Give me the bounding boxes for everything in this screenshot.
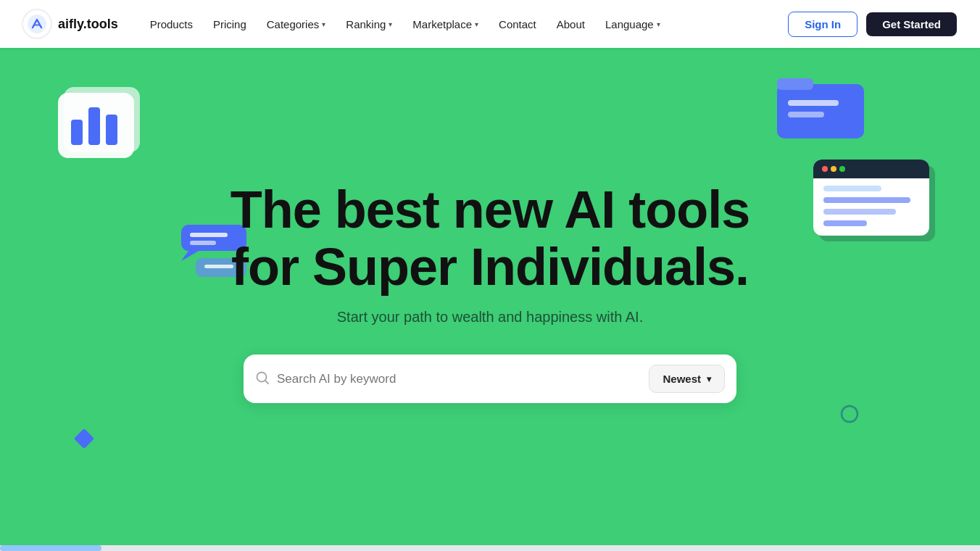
search-input[interactable]	[277, 372, 640, 386]
nav-contact[interactable]: Contact	[490, 14, 545, 35]
svg-rect-20	[823, 220, 867, 226]
chevron-down-icon: ▾	[389, 20, 392, 28]
chevron-down-icon: ▾	[657, 20, 660, 28]
deco-diamond	[69, 423, 99, 457]
svg-marker-22	[181, 251, 199, 261]
deco-circle	[839, 403, 860, 428]
svg-rect-13	[813, 170, 929, 178]
svg-point-15	[831, 166, 836, 172]
get-started-button[interactable]: Get Started	[866, 12, 957, 36]
svg-rect-3	[71, 120, 83, 145]
nav-products[interactable]: Products	[141, 14, 202, 35]
svg-point-0	[28, 14, 46, 33]
search-container: Newest ▾	[244, 355, 736, 403]
svg-rect-7	[777, 78, 813, 90]
svg-rect-1	[64, 87, 140, 152]
nav-links: Products Pricing Categories ▾ Ranking ▾ …	[141, 14, 788, 35]
svg-rect-24	[190, 241, 216, 245]
hero-title: The best new AI tools for Super Individu…	[231, 181, 749, 296]
svg-rect-4	[88, 107, 100, 145]
nav-pricing[interactable]: Pricing	[204, 14, 255, 35]
deco-folder	[777, 72, 864, 134]
svg-rect-9	[788, 112, 824, 117]
signin-button[interactable]: Sign In	[788, 12, 858, 37]
sort-dropdown[interactable]: Newest ▾	[649, 365, 725, 393]
svg-rect-27	[74, 428, 94, 449]
svg-rect-8	[788, 100, 839, 106]
hero-section: The best new AI tools for Super Individu…	[0, 0, 980, 551]
deco-browser-card	[813, 160, 937, 239]
hero-content: The best new AI tools for Super Individu…	[216, 152, 764, 447]
footer-bar-inner	[0, 545, 101, 551]
svg-point-14	[822, 166, 828, 172]
svg-rect-12	[813, 160, 929, 178]
deco-chart-card	[58, 87, 145, 167]
svg-rect-10	[819, 165, 935, 241]
nav-about[interactable]: About	[548, 14, 594, 35]
nav-language[interactable]: Language ▾	[597, 14, 669, 35]
chevron-down-icon: ▾	[707, 374, 711, 384]
svg-rect-17	[823, 186, 881, 191]
search-input-wrap	[255, 370, 640, 388]
logo-link[interactable]: aifly.tools	[23, 10, 118, 38]
svg-rect-11	[813, 160, 929, 236]
svg-rect-18	[823, 197, 910, 203]
navbar: aifly.tools Products Pricing Categories …	[0, 0, 980, 48]
footer-bar	[0, 545, 980, 551]
svg-rect-6	[777, 84, 864, 138]
svg-rect-2	[58, 93, 134, 158]
svg-rect-5	[106, 115, 117, 145]
nav-ranking[interactable]: Ranking ▾	[337, 14, 401, 35]
hero-subtitle: Start your path to wealth and happiness …	[231, 309, 749, 326]
svg-point-28	[842, 406, 858, 422]
nav-categories[interactable]: Categories ▾	[258, 14, 335, 35]
chevron-down-icon: ▾	[322, 20, 325, 28]
svg-rect-19	[823, 209, 896, 215]
nav-marketplace[interactable]: Marketplace ▾	[404, 14, 487, 35]
chevron-down-icon: ▾	[475, 20, 478, 28]
logo-icon	[23, 10, 51, 38]
nav-right: Sign In Get Started	[788, 12, 957, 37]
svg-point-16	[839, 166, 845, 172]
logo-text: aifly.tools	[58, 17, 118, 32]
search-icon	[255, 370, 270, 388]
